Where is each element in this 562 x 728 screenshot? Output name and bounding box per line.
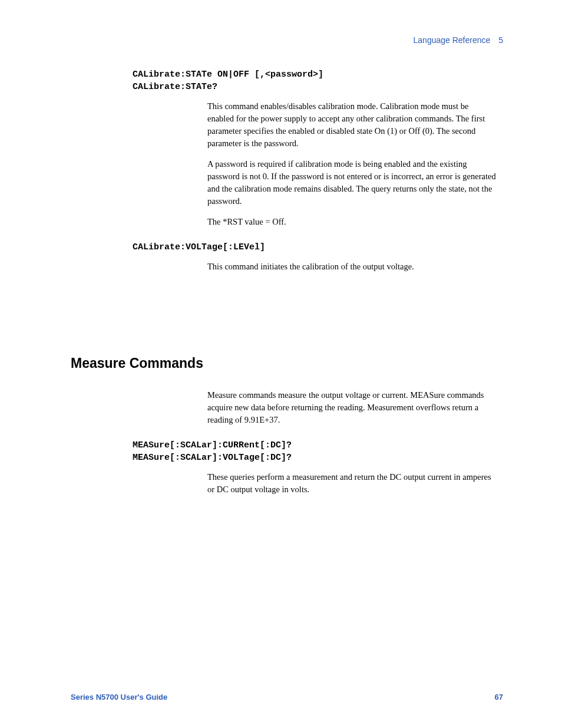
command-measure-heading: MEASure[:SCALar]:CURRent[:DC]? MEASure[:… [133, 439, 503, 464]
command-description-para: A password is required if calibration mo… [207, 158, 497, 207]
footer-page-number: 67 [495, 693, 503, 701]
command-description-para: This command initiates the calibration o… [207, 261, 497, 273]
page-header: Language Reference 5 [71, 35, 503, 45]
command-syntax-line: CALibrate:VOLTage[:LEVel] [133, 241, 503, 253]
command-description-para: These queries perform a measurement and … [207, 471, 497, 496]
command-syntax-line: CALibrate:STATe ON|OFF [,<password>] [133, 68, 503, 81]
command-syntax-line: CALibrate:STATe? [133, 81, 503, 93]
header-chapter-number: 5 [498, 35, 503, 45]
footer-guide-title: Series N5700 User's Guide [71, 693, 167, 701]
section-intro-para: Measure commands measure the output volt… [207, 389, 497, 426]
page-content: Language Reference 5 CALibrate:STATe ON|… [0, 0, 562, 728]
section-heading-measure-commands: Measure Commands [71, 355, 503, 371]
page-footer: Series N5700 User's Guide 67 [71, 693, 503, 701]
command-calibrate-state-heading: CALibrate:STATe ON|OFF [,<password>] CAL… [133, 68, 503, 93]
command-description-para: The *RST value = Off. [207, 216, 497, 228]
command-calibrate-voltage-heading: CALibrate:VOLTage[:LEVel] [133, 241, 503, 253]
command-description-para: This command enables/disables calibratio… [207, 100, 497, 150]
command-syntax-line: MEASure[:SCALar]:CURRent[:DC]? [133, 439, 503, 452]
command-syntax-line: MEASure[:SCALar]:VOLTage[:DC]? [133, 452, 503, 464]
header-section-title: Language Reference [414, 35, 491, 45]
